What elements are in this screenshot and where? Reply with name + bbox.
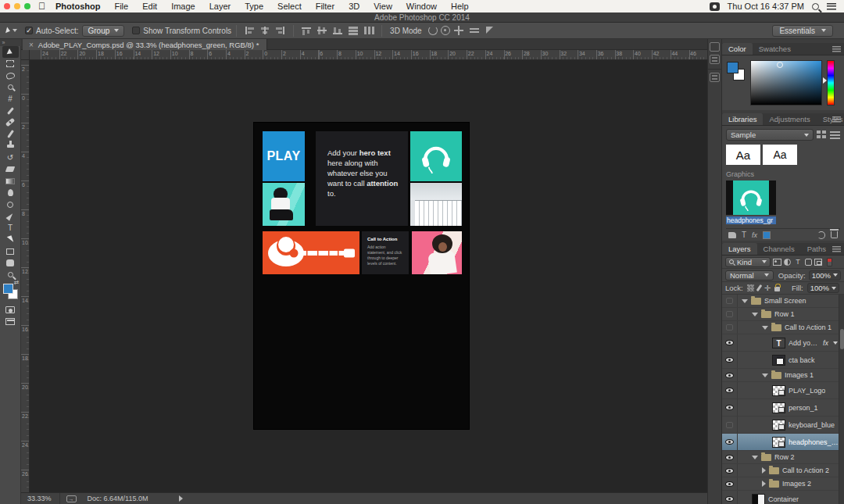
menu-item[interactable]: Type [238, 2, 270, 11]
expander-icon[interactable] [762, 481, 766, 487]
align-middle-icon[interactable] [316, 25, 328, 36]
guitar-tile[interactable] [263, 231, 359, 274]
filter-adjustment-layers-icon[interactable] [784, 259, 791, 266]
layer-row[interactable]: cta back [722, 352, 844, 369]
grid-view-icon[interactable] [817, 130, 827, 139]
align-bottom-icon[interactable] [331, 25, 344, 36]
lock-pixels-icon[interactable] [756, 284, 762, 291]
ruler-corner[interactable] [21, 50, 30, 60]
play-logo-tile[interactable]: PLAY [263, 131, 305, 181]
menu-item[interactable]: File [107, 2, 135, 11]
horizontal-ruler[interactable]: 2422201816141210864202468101214161820222… [30, 50, 707, 60]
dodge-tool[interactable] [2, 198, 19, 210]
swap-colors-icon[interactable]: ⇄ [14, 279, 20, 286]
show-transform-checkbox[interactable] [132, 27, 140, 34]
menu-item[interactable]: 3D [342, 2, 367, 11]
lasso-tool[interactable] [2, 70, 19, 81]
menu-item[interactable]: Filter [309, 2, 342, 11]
foreground-color-swatch[interactable] [727, 62, 738, 73]
visibility-toggle[interactable] [722, 451, 738, 463]
hero-text-tile[interactable]: Add your hero text here along with whate… [316, 131, 408, 226]
zoom-window-icon[interactable] [24, 3, 30, 9]
layer-row[interactable]: Row 1 [722, 308, 844, 321]
visibility-toggle[interactable] [722, 321, 738, 334]
apple-menu-icon[interactable]:  [38, 1, 45, 12]
hue-slider-marker[interactable] [823, 77, 827, 84]
roll-3d-icon[interactable] [441, 26, 450, 35]
layer-name[interactable]: PLAY_Logo [789, 387, 825, 395]
camera-icon[interactable] [710, 2, 720, 11]
quick-mask-toggle[interactable] [2, 304, 19, 316]
layer-name[interactable]: keyboard_blue [789, 421, 835, 429]
fill-field[interactable]: 100% [807, 283, 839, 293]
shape-tool[interactable] [2, 245, 19, 257]
artboard[interactable]: PLAY Add your hero text here along with … [254, 123, 469, 429]
move-tool[interactable] [2, 46, 19, 58]
person2-photo-tile[interactable] [412, 231, 462, 274]
document-tab[interactable]: × Adobe_PLAY_Comps.psd @ 33.3% (headphon… [23, 39, 267, 50]
tab-swatches[interactable]: Swatches [753, 43, 797, 55]
color-swatches[interactable]: ⇄ [2, 284, 19, 301]
panel-menu-icon[interactable] [832, 46, 841, 52]
auto-select-dropdown[interactable]: Group [82, 25, 124, 37]
menu-item[interactable]: Select [270, 2, 309, 11]
scale-3d-icon[interactable] [485, 25, 497, 36]
history-panel-icon[interactable] [710, 42, 720, 52]
menu-item[interactable]: Layer [202, 2, 238, 11]
align-top-icon[interactable] [300, 25, 313, 36]
visibility-toggle[interactable] [722, 334, 738, 351]
layer-row[interactable]: Row 2 [722, 451, 844, 464]
blur-tool[interactable] [2, 187, 19, 198]
character-panel-icon[interactable] [710, 73, 720, 82]
fx-collapse-icon[interactable] [833, 341, 838, 345]
graphic-asset-name[interactable]: headphones_gr [726, 216, 776, 224]
auto-select-option[interactable]: ✓ Auto-Select: Group [25, 25, 124, 37]
visibility-toggle[interactable] [722, 308, 738, 320]
layer-name[interactable]: person_1 [789, 404, 818, 412]
opacity-field[interactable]: 100% [809, 270, 841, 281]
layers-scrollbar[interactable] [839, 295, 844, 504]
screen-mode-toggle[interactable] [2, 316, 19, 327]
quick-selection-tool[interactable] [2, 81, 19, 93]
blend-mode-dropdown[interactable]: Normal [725, 270, 774, 281]
lock-position-icon[interactable]: ✛ [764, 284, 771, 291]
visibility-toggle[interactable] [722, 369, 738, 381]
layer-row[interactable]: Call to Action 1 [722, 321, 844, 334]
visibility-toggle[interactable] [722, 464, 738, 477]
graphic-asset-thumbnail[interactable] [726, 181, 776, 215]
minimize-window-icon[interactable] [14, 3, 20, 9]
add-color-icon[interactable] [763, 231, 771, 239]
tab-channels[interactable]: Channels [757, 243, 801, 255]
expander-icon[interactable] [752, 456, 758, 459]
visibility-toggle[interactable] [722, 352, 738, 368]
hue-slider[interactable] [827, 60, 835, 105]
layer-name[interactable]: Call to Action 1 [785, 323, 831, 331]
zoom-level-field[interactable]: 33.33% [21, 495, 59, 502]
menu-item[interactable]: Edit [135, 2, 164, 11]
layer-name[interactable]: Images 1 [785, 371, 814, 379]
distribute-vertical-icon[interactable] [347, 25, 359, 36]
crop-tool[interactable]: # [2, 93, 19, 105]
expander-icon[interactable] [752, 313, 758, 316]
layer-name[interactable]: Row 1 [774, 310, 795, 318]
filter-type-layers-icon[interactable]: T [793, 258, 803, 266]
slide-3d-icon[interactable] [469, 25, 481, 36]
menu-bar-clock[interactable]: Thu Oct 16 4:37 PM [728, 2, 804, 11]
notification-list-icon[interactable] [827, 3, 836, 10]
call-to-action-tile[interactable]: Call to Action Add action statement, and… [362, 231, 409, 274]
history-brush-tool[interactable]: ↺ [2, 152, 19, 163]
distribute-horizontal-icon[interactable] [363, 25, 375, 36]
status-options-icon[interactable] [179, 495, 183, 502]
menu-item[interactable]: Photoshop [48, 2, 107, 11]
vertical-ruler[interactable]: 20246810121416182022242628 [21, 60, 30, 492]
eraser-tool[interactable] [2, 163, 19, 175]
tab-libraries[interactable]: Libraries [722, 113, 763, 125]
marquee-tool[interactable] [2, 58, 19, 70]
lock-transparency-icon[interactable] [747, 284, 754, 291]
workspace-switcher[interactable]: Essentials [772, 25, 833, 37]
delete-icon[interactable] [831, 231, 838, 238]
orbit-3d-icon[interactable] [428, 26, 438, 35]
hand-tool[interactable] [2, 257, 19, 269]
layer-name[interactable]: headphones_green [789, 438, 839, 446]
add-character-style-icon[interactable]: T [742, 231, 746, 239]
